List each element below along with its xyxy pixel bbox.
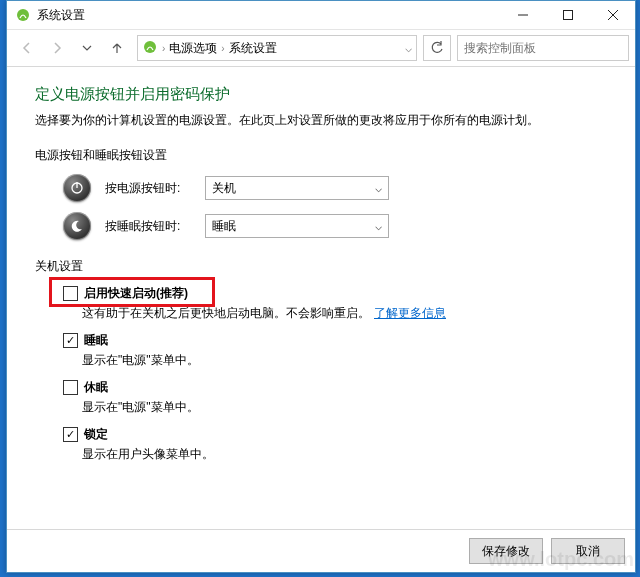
power-options-icon [15,7,31,23]
forward-button[interactable] [43,34,71,62]
maximize-button[interactable] [545,1,590,29]
section-label-buttons: 电源按钮和睡眠按钮设置 [35,147,607,164]
chevron-down-icon: ⌵ [375,181,382,195]
search-field[interactable] [458,36,640,60]
toolbar: › 电源选项 › 系统设置 ⌵ [7,29,635,67]
power-button-select[interactable]: 关机 ⌵ [205,176,389,200]
sleep-button-row: 按睡眠按钮时: 睡眠 ⌵ [63,212,607,240]
content-area: 定义电源按钮并启用密码保护 选择要为你的计算机设置的电源设置。在此页上对设置所做… [7,67,635,529]
power-icon [63,174,91,202]
option-fast-startup: 启用快速启动(推荐) 这有助于在关机之后更快地启动电脑。不会影响重启。 了解更多… [63,285,607,322]
power-button-label: 按电源按钮时: [105,180,205,197]
select-value: 关机 [212,180,236,197]
power-options-icon [142,39,158,58]
chevron-down-icon: ⌵ [375,219,382,233]
chevron-down-icon[interactable]: ⌵ [405,41,412,55]
section-label-shutdown: 关机设置 [35,258,607,275]
system-settings-window: 系统设置 › 电源选项 › 系统设置 ⌵ [6,0,636,573]
up-button[interactable] [103,34,131,62]
back-button[interactable] [13,34,41,62]
close-button[interactable] [590,1,635,29]
search-input[interactable] [457,35,629,61]
breadcrumb-item[interactable]: 电源选项 [169,40,217,57]
fast-startup-checkbox[interactable] [63,286,78,301]
minimize-button[interactable] [500,1,545,29]
breadcrumb[interactable]: › 电源选项 › 系统设置 ⌵ [137,35,417,61]
power-button-row: 按电源按钮时: 关机 ⌵ [63,174,607,202]
hibernate-checkbox[interactable] [63,380,78,395]
svg-rect-2 [563,11,572,20]
footer: 保存修改 取消 [7,529,635,572]
hibernate-label: 休眠 [84,379,108,396]
recent-dropdown[interactable] [73,34,101,62]
chevron-right-icon: › [221,43,224,54]
fast-startup-desc: 这有助于在关机之后更快地启动电脑。不会影响重启。 [82,305,370,322]
chevron-right-icon: › [162,43,165,54]
fast-startup-label: 启用快速启动(推荐) [84,285,188,302]
page-heading: 定义电源按钮并启用密码保护 [35,85,607,104]
option-hibernate: 休眠 显示在"电源"菜单中。 [63,379,607,416]
sleep-checkbox[interactable] [63,333,78,348]
sleep-icon [63,212,91,240]
titlebar[interactable]: 系统设置 [7,1,635,29]
lock-label: 锁定 [84,426,108,443]
lock-checkbox[interactable] [63,427,78,442]
breadcrumb-item[interactable]: 系统设置 [229,40,277,57]
refresh-button[interactable] [423,35,451,61]
option-sleep: 睡眠 显示在"电源"菜单中。 [63,332,607,369]
cancel-button[interactable]: 取消 [551,538,625,564]
sleep-button-label: 按睡眠按钮时: [105,218,205,235]
select-value: 睡眠 [212,218,236,235]
lock-desc: 显示在用户头像菜单中。 [82,446,214,463]
page-subtitle: 选择要为你的计算机设置的电源设置。在此页上对设置所做的更改将应用于你所有的电源计… [35,112,607,129]
sleep-label: 睡眠 [84,332,108,349]
sleep-desc: 显示在"电源"菜单中。 [82,352,199,369]
save-button[interactable]: 保存修改 [469,538,543,564]
hibernate-desc: 显示在"电源"菜单中。 [82,399,199,416]
option-lock: 锁定 显示在用户头像菜单中。 [63,426,607,463]
window-title: 系统设置 [37,7,85,24]
learn-more-link[interactable]: 了解更多信息 [374,305,446,322]
sleep-button-select[interactable]: 睡眠 ⌵ [205,214,389,238]
